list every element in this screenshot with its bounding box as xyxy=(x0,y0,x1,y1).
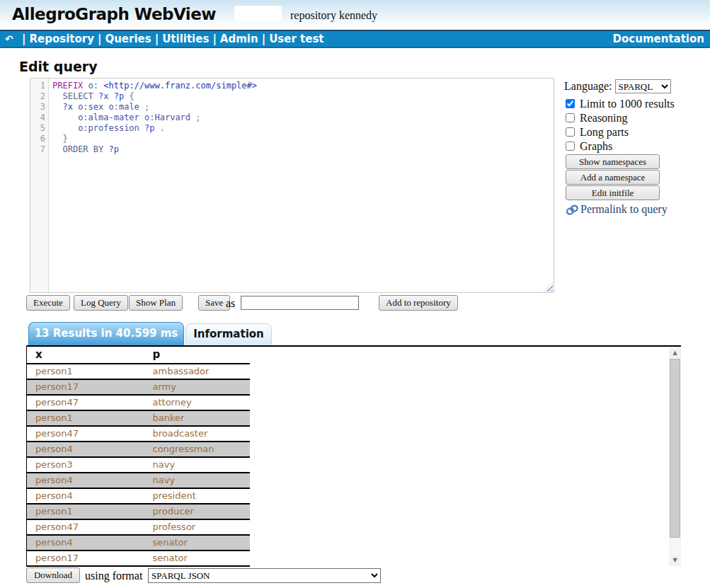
table-cell: producer xyxy=(144,504,250,519)
nav-link-user-test[interactable]: User test xyxy=(269,33,323,45)
table-cell: congressman xyxy=(144,442,250,457)
results-table: xp person1ambassadorperson17armyperson47… xyxy=(26,347,250,567)
code-token: ; xyxy=(190,113,200,122)
permalink-link[interactable]: Permalink to query xyxy=(566,203,710,216)
permalink-label: Permalink to query xyxy=(580,203,668,216)
save-name-input[interactable] xyxy=(241,296,359,310)
table-row: person47attorney xyxy=(27,395,250,410)
query-editor[interactable]: 1234567 PREFIX o: <http://www.franz.com/… xyxy=(30,78,554,293)
line-number: 7 xyxy=(30,144,45,155)
table-row: person3navy xyxy=(27,457,250,473)
code-token: } xyxy=(62,134,67,144)
table-cell: attorney xyxy=(144,395,250,410)
table-row: person47professor xyxy=(27,519,250,535)
code-token xyxy=(52,123,78,133)
limit-to-1000-results-checkbox[interactable] xyxy=(566,99,575,108)
option-row-reasoning[interactable]: Reasoning xyxy=(564,111,710,125)
option-row-limit-to-1000-results[interactable]: Limit to 1000 results xyxy=(564,97,710,111)
language-select[interactable]: SPARQL xyxy=(615,79,671,93)
table-row: person4president xyxy=(27,488,250,504)
tab-information[interactable]: Information xyxy=(185,323,272,345)
table-row: person1banker xyxy=(27,410,250,426)
table-cell: ambassador xyxy=(144,364,250,379)
option-row-graphs[interactable]: Graphs xyxy=(564,139,710,154)
checkbox-label: Reasoning xyxy=(580,112,628,124)
code-token xyxy=(52,113,78,122)
nav-link-queries[interactable]: Queries xyxy=(105,33,151,45)
log-query-button[interactable]: Log Query xyxy=(74,295,128,311)
table-cell: person17 xyxy=(27,550,144,566)
table-cell: navy xyxy=(144,473,250,488)
reasoning-checkbox[interactable] xyxy=(566,113,575,122)
nav-separator: | xyxy=(262,33,265,45)
add-a-namespace-button[interactable]: Add a namespace xyxy=(566,170,660,185)
table-row: person4congressman xyxy=(27,442,250,457)
blank-patch xyxy=(234,6,282,22)
table-cell: person1 xyxy=(27,364,144,379)
table-cell: broadcaster xyxy=(144,426,250,442)
code-line: PREFIX o: <http://www.franz.com/simple#> xyxy=(52,81,554,91)
main-navbar: ↶ |Repository|Queries|Utilities|Admin|Us… xyxy=(0,30,710,48)
code-line: ?x o:sex o:male ; xyxy=(52,102,554,113)
code-token: SELECT xyxy=(62,91,93,101)
format-label: using format xyxy=(85,570,142,582)
column-header-x: x xyxy=(27,347,144,364)
checkbox-label: Limit to 1000 results xyxy=(580,98,675,110)
scroll-up-icon[interactable]: ▲ xyxy=(669,347,681,358)
long-parts-checkbox[interactable] xyxy=(566,127,575,137)
code-line: ORDER BY ?p xyxy=(52,144,554,155)
edit-initfile-button[interactable]: Edit initfile xyxy=(566,185,660,200)
download-button[interactable]: Download xyxy=(26,567,80,583)
code-token: ?x ?p xyxy=(93,91,130,101)
table-row: person17senator xyxy=(27,550,250,566)
code-token: o:profession xyxy=(78,123,144,133)
show-plan-button[interactable]: Show Plan xyxy=(129,295,183,311)
back-arrow-icon[interactable]: ↶ xyxy=(5,33,13,45)
execute-button[interactable]: Execute xyxy=(26,295,70,311)
table-row: person1ambassador xyxy=(27,364,250,379)
line-number: 4 xyxy=(30,113,45,123)
nav-link-admin[interactable]: Admin xyxy=(220,33,258,45)
table-row: person17army xyxy=(27,379,250,395)
graphs-checkbox[interactable] xyxy=(566,142,575,151)
editor-code-area[interactable]: PREFIX o: <http://www.franz.com/simple#>… xyxy=(49,79,554,292)
code-token xyxy=(52,144,62,154)
scroll-down-icon[interactable]: ▼ xyxy=(669,555,681,565)
actions-row: Execute Log Query Show Plan Save as Add … xyxy=(0,295,710,312)
page-title: Edit query xyxy=(19,59,98,74)
code-token xyxy=(52,102,62,112)
code-token: o:alma-mater o:Harvard xyxy=(78,113,190,122)
add-to-repository-button[interactable]: Add to repository xyxy=(379,295,458,311)
table-cell: person1 xyxy=(27,410,144,426)
option-row-long-parts[interactable]: Long parts xyxy=(564,125,710,139)
nav-link-repository[interactable]: Repository xyxy=(29,33,94,45)
language-label: Language: xyxy=(564,80,612,92)
table-row: person4senator xyxy=(27,535,250,550)
code-token xyxy=(52,134,62,144)
code-token: { xyxy=(129,91,134,101)
tab-results[interactable]: 13 Results in 40.599 ms xyxy=(28,322,184,345)
table-cell: senator xyxy=(144,535,250,550)
nav-link-documentation[interactable]: Documentation xyxy=(613,31,704,47)
results-scrollbar[interactable]: ▲ ▼ xyxy=(669,347,681,566)
code-token: o: xyxy=(83,81,103,91)
scrollbar-thumb[interactable] xyxy=(670,359,680,538)
nav-link-utilities[interactable]: Utilities xyxy=(162,33,209,45)
table-cell: person17 xyxy=(27,379,144,395)
table-cell: person47 xyxy=(27,426,144,442)
line-number: 5 xyxy=(30,123,45,134)
table-cell: person4 xyxy=(27,473,144,488)
nav-separator: | xyxy=(212,33,216,45)
table-cell: president xyxy=(144,488,250,504)
code-line: o:alma-mater o:Harvard ; xyxy=(52,113,554,123)
line-number: 6 xyxy=(30,134,45,144)
format-select[interactable]: SPARQL JSON xyxy=(148,568,381,583)
code-token: o:sex o:male xyxy=(78,102,139,112)
table-row: person1producer xyxy=(27,504,250,519)
table-row: person4navy xyxy=(27,473,250,488)
table-cell: senator xyxy=(144,550,250,566)
namespace-buttons: Show namespacesAdd a namespaceEdit initf… xyxy=(564,154,710,200)
code-token: ORDER BY xyxy=(62,144,103,154)
app-title: AllegroGraph WebView xyxy=(12,5,216,23)
show-namespaces-button[interactable]: Show namespaces xyxy=(566,154,660,169)
